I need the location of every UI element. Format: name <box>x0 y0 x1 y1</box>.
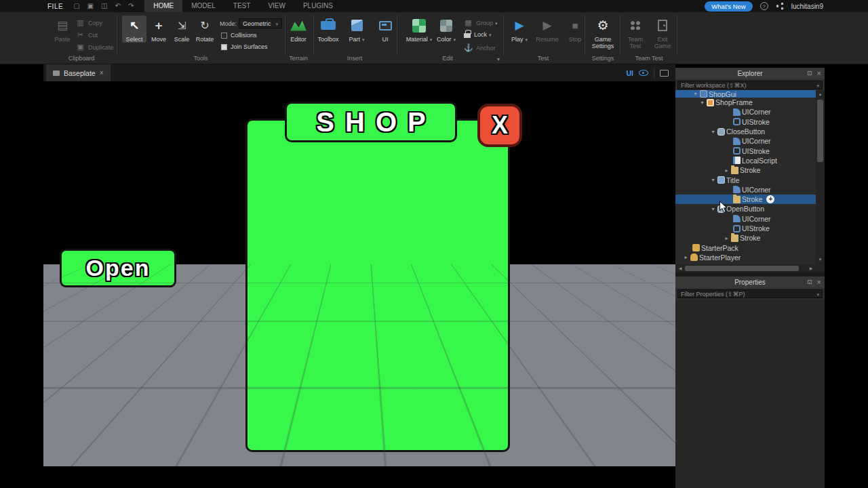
game-settings-button[interactable]: Game Settings <box>587 16 618 49</box>
add-instance-icon[interactable] <box>766 195 774 203</box>
properties-filter-input[interactable]: Filter Properties (⇧⌘P) <box>677 289 823 298</box>
join-surfaces-checkbox[interactable]: Join Surfaces <box>221 43 268 50</box>
duplicate-icon <box>76 43 85 52</box>
resume-button[interactable]: Resume <box>533 16 561 43</box>
group-button[interactable]: Group <box>464 18 498 27</box>
paste-button[interactable]: Paste <box>50 16 75 43</box>
play-button[interactable]: Play <box>507 16 532 43</box>
float-panel-icon[interactable] <box>807 277 812 288</box>
scrollbar-thumb[interactable] <box>817 100 823 162</box>
tab-model[interactable]: MODEL <box>182 0 224 12</box>
properties-header[interactable]: Properties <box>675 277 825 288</box>
explorer-filter-input[interactable]: Filter workspace (⇧⌘X) <box>677 81 823 89</box>
tree-row[interactable]: LocalScript <box>675 156 816 165</box>
tree-row[interactable]: UIStroke <box>675 146 816 155</box>
stop-button[interactable]: Stop <box>563 16 587 43</box>
redo-icon[interactable]: ↷ <box>128 0 134 12</box>
rotate-tool-button[interactable]: Rotate <box>193 16 217 43</box>
scroll-right-icon[interactable]: ▶ <box>808 264 814 272</box>
tree-row-selected[interactable]: Stroke <box>675 195 816 204</box>
ribbon-separator <box>313 16 314 55</box>
tree-row[interactable]: Title <box>675 175 816 184</box>
ui-button[interactable]: UI <box>373 16 397 43</box>
expand-arrow-icon[interactable] <box>692 91 699 97</box>
open-file-icon[interactable]: ▣ <box>87 0 94 12</box>
toolbox-button[interactable]: Toolbox <box>316 16 340 43</box>
tree-row[interactable]: Stroke <box>675 233 816 243</box>
scroll-up-icon[interactable]: ▲ <box>816 91 825 98</box>
help-icon[interactable]: ? <box>760 2 768 10</box>
save-icon[interactable]: ◫ <box>101 0 107 12</box>
whats-new-button[interactable]: What's New <box>705 1 752 12</box>
viewport-3d[interactable]: SHOP X Open <box>43 81 675 466</box>
cut-button[interactable]: Cut <box>76 30 98 39</box>
tree-row[interactable]: Stroke <box>675 165 816 175</box>
edit-expander-icon[interactable]: ▾ <box>497 56 500 62</box>
copy-button[interactable]: Copy <box>76 18 102 27</box>
settings-section-label: Settings <box>592 55 614 62</box>
collisions-checkbox[interactable]: Collisions <box>221 32 257 39</box>
tree-row[interactable]: CloseButton <box>675 127 816 136</box>
explorer-header[interactable]: Explorer <box>675 68 825 79</box>
shop-close-button[interactable]: X <box>477 104 522 147</box>
tab-home[interactable]: HOME <box>144 0 182 12</box>
tab-test[interactable]: TEST <box>224 0 260 12</box>
ui-visibility-label[interactable]: UI <box>627 69 634 77</box>
scroll-down-icon[interactable]: ▼ <box>816 256 825 264</box>
tree-row[interactable]: ShopFrame <box>675 98 816 107</box>
close-tab-icon[interactable]: × <box>100 69 104 77</box>
eye-icon[interactable] <box>639 70 648 76</box>
close-panel-icon[interactable] <box>817 277 821 289</box>
part-button[interactable]: Part <box>344 16 369 43</box>
expand-arrow-icon[interactable] <box>709 177 717 183</box>
explorer-horizontal-scrollbar[interactable]: ◀ ▶ <box>675 264 816 272</box>
file-menu[interactable]: FILE <box>47 3 63 10</box>
mode-dropdown[interactable]: Geometric <box>239 18 282 28</box>
expand-arrow-icon[interactable] <box>682 254 690 260</box>
terrain-editor-button[interactable]: Editor <box>286 16 311 43</box>
open-shop-button[interactable]: Open <box>60 249 176 287</box>
mouse-cursor <box>719 201 730 214</box>
exit-game-button[interactable]: Exit Game <box>650 16 675 49</box>
scale-tool-button[interactable]: Scale <box>170 16 194 43</box>
color-button[interactable]: Color <box>434 16 458 43</box>
expand-arrow-icon[interactable] <box>709 206 717 212</box>
duplicate-button[interactable]: Duplicate <box>76 43 114 52</box>
new-file-icon[interactable]: ▢ <box>73 0 79 12</box>
tree-row[interactable]: UICorner <box>675 136 816 146</box>
move-tool-button[interactable]: Move <box>146 16 171 43</box>
explorer-vertical-scrollbar[interactable]: ▲ ▼ <box>816 90 825 264</box>
tree-row[interactable]: StarterPack <box>675 243 816 252</box>
username[interactable]: luchitasin9 <box>791 3 823 10</box>
expand-arrow-icon[interactable] <box>709 129 717 135</box>
tree-row[interactable]: ShopGui <box>675 90 816 98</box>
close-panel-icon[interactable] <box>817 68 821 80</box>
tree-row[interactable]: UIStroke <box>675 117 816 127</box>
scroll-left-icon[interactable]: ◀ <box>677 264 684 272</box>
screen-size-icon[interactable] <box>660 70 669 77</box>
lock-button[interactable]: Lock <box>464 30 492 38</box>
share-icon[interactable] <box>776 2 784 10</box>
tree-row[interactable]: OpenButton <box>675 204 816 214</box>
tree-row[interactable]: UICorner <box>675 214 816 224</box>
tab-plugins[interactable]: PLUGINS <box>294 0 342 12</box>
tree-row[interactable]: UIStroke <box>675 224 816 233</box>
float-panel-icon[interactable] <box>807 68 812 79</box>
exit-door-icon <box>658 20 667 31</box>
material-button[interactable]: Material <box>406 16 433 43</box>
scrollbar-thumb[interactable] <box>685 266 799 271</box>
undo-icon[interactable]: ↶ <box>115 0 120 12</box>
team-test-button[interactable]: Team Test <box>623 16 648 49</box>
uicorner-icon <box>733 215 741 222</box>
tree-row[interactable]: UICorner <box>675 107 816 117</box>
expand-arrow-icon[interactable] <box>723 167 730 174</box>
select-tool-button[interactable]: Select <box>122 16 146 43</box>
expand-arrow-icon[interactable] <box>698 100 706 106</box>
baseplate-tab[interactable]: Baseplate × <box>46 64 111 81</box>
expand-arrow-icon[interactable] <box>723 235 730 241</box>
tree-row[interactable]: StarterPlayer <box>675 253 816 262</box>
localscript-icon <box>733 157 741 164</box>
tree-row[interactable]: UICorner <box>675 185 816 195</box>
anchor-button[interactable]: Anchor <box>464 43 496 52</box>
tab-view[interactable]: VIEW <box>259 0 294 12</box>
